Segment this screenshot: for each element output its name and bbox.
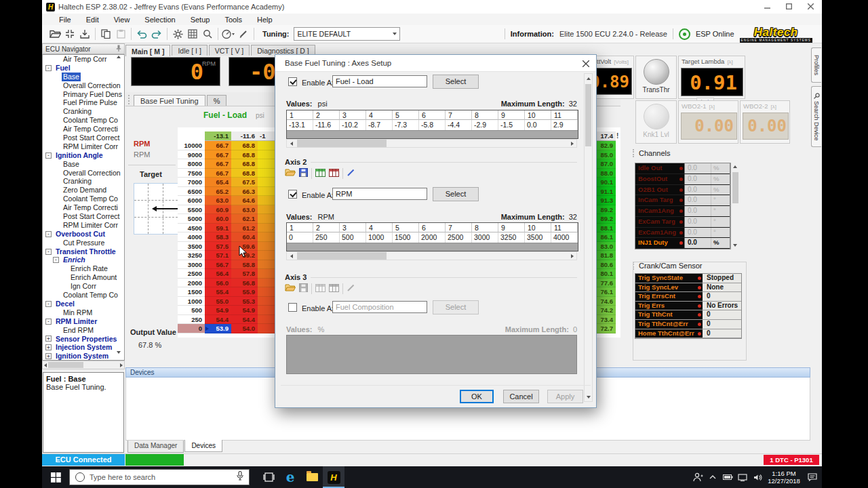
microphone-icon[interactable] xyxy=(237,471,243,483)
haltech-taskbar-icon[interactable]: H xyxy=(323,466,344,488)
crankcam-row[interactable]: Trig SyncStateStopped xyxy=(635,274,741,283)
axis3-enable-checkbox[interactable] xyxy=(288,303,297,312)
tree-expander-icon[interactable]: + xyxy=(45,336,52,342)
crankcam-row[interactable]: Trig TthCnt0 xyxy=(635,310,741,320)
tree-item[interactable]: +Ignition System xyxy=(43,352,124,361)
tree-item[interactable]: -RPM Limiter xyxy=(43,317,124,326)
action-center-icon[interactable] xyxy=(803,466,822,488)
bottom-tab-devices[interactable]: Devices xyxy=(184,440,222,452)
axis-value-cell[interactable]: -11.6 xyxy=(313,120,340,130)
axis-value-cell[interactable]: 0 xyxy=(287,232,313,243)
tree-item[interactable]: -Enrich xyxy=(43,256,124,264)
menu-item-setup[interactable]: Setup xyxy=(183,15,218,24)
axis3-open-icon[interactable] xyxy=(285,283,296,295)
axis2-edit-icon[interactable] xyxy=(347,167,355,180)
tree-expander-icon[interactable]: - xyxy=(45,231,52,237)
dialog-vscrollbar[interactable] xyxy=(584,73,593,402)
tree-item[interactable]: Overall Correction xyxy=(43,81,124,90)
axis1-select-button[interactable]: Select xyxy=(433,75,479,89)
menu-item-selection[interactable]: Selection xyxy=(137,15,182,24)
axis-value-cell[interactable]: 1000 xyxy=(366,232,393,243)
tree-item[interactable]: End RPM xyxy=(43,326,124,335)
target-crosshair-widget[interactable] xyxy=(134,183,178,235)
tree-item[interactable]: Cut Pressure xyxy=(43,239,124,247)
tree-item[interactable]: Post Start Correct xyxy=(43,212,124,221)
channel-row[interactable]: InCam Targ0.0° xyxy=(635,195,730,206)
axis-value-cell[interactable]: 4000 xyxy=(551,232,578,243)
maximize-button[interactable] xyxy=(783,1,795,12)
file-explorer-taskbar-icon[interactable] xyxy=(301,466,323,488)
pin-icon[interactable] xyxy=(116,45,121,53)
axis-value-cell[interactable]: 3250 xyxy=(498,232,525,243)
axis-value-cell[interactable]: -10.2 xyxy=(340,120,366,130)
tree-item[interactable]: Post Start Correct xyxy=(43,134,124,142)
redo-icon[interactable] xyxy=(149,27,164,41)
crankcam-row[interactable]: Trig TthCnt@Err0 xyxy=(635,320,741,329)
dialog-title-bar[interactable]: Base Fuel Tuning : Axes Setup xyxy=(275,55,596,72)
menu-item-file[interactable]: File xyxy=(52,15,79,24)
tree-expander-icon[interactable]: - xyxy=(45,65,52,71)
tree-item[interactable]: Enrich Amount xyxy=(43,273,124,282)
axis-value-cell[interactable]: 3500 xyxy=(525,232,551,243)
tree-item[interactable]: Coolant Temp Co xyxy=(43,291,124,300)
battery-icon[interactable] xyxy=(720,466,735,488)
navigator-hscrollbar[interactable] xyxy=(42,361,125,369)
tree-item[interactable]: Cranking xyxy=(43,107,124,116)
dialog-close-icon[interactable] xyxy=(576,55,596,72)
task-view-button[interactable] xyxy=(258,466,279,488)
axis1-enable-checkbox[interactable] xyxy=(288,77,297,86)
copy-icon[interactable] xyxy=(98,27,113,41)
axis2-save-icon[interactable] xyxy=(299,167,308,180)
tree-item[interactable]: -Ignition Angle xyxy=(43,151,124,160)
collapse-windows-icon[interactable] xyxy=(62,27,77,41)
tree-item[interactable]: Enrich Rate xyxy=(43,264,124,273)
channel-row[interactable]: InCam1Ang0.0° xyxy=(635,206,730,217)
axis2-insert-column-icon[interactable] xyxy=(315,167,326,180)
pencil-icon[interactable] xyxy=(236,27,251,41)
tree-expander-icon[interactable]: - xyxy=(45,301,52,307)
tab-vctv[interactable]: VCT [ V ] xyxy=(209,45,250,56)
tab-mainm[interactable]: Main [ M ] xyxy=(125,45,170,56)
tree-expander-icon[interactable]: - xyxy=(45,152,52,159)
channel-row[interactable]: ExCam Targ0.0° xyxy=(635,217,730,228)
tree-item[interactable]: -Fuel xyxy=(43,64,124,73)
search-icon[interactable] xyxy=(200,27,215,41)
tree-item[interactable]: Air Temp Correcti xyxy=(43,125,124,134)
axis-value-cell[interactable]: 2500 xyxy=(446,232,472,243)
axis-value-cell[interactable]: 3000 xyxy=(472,232,498,243)
crankcam-row[interactable]: Trig SyncLevNone xyxy=(635,283,741,293)
save-to-ecu-icon[interactable] xyxy=(77,27,92,41)
start-button[interactable] xyxy=(42,466,69,488)
crankcam-row[interactable]: Trig ErrsNo Errors xyxy=(635,302,741,311)
axis-value-cell[interactable]: 2000 xyxy=(419,232,446,243)
axis2-enable-checkbox[interactable] xyxy=(288,190,297,199)
axis-value-cell[interactable]: -1.5 xyxy=(498,120,525,130)
tuning-select[interactable]: ELITE DEFAULT xyxy=(294,27,400,41)
tree-item[interactable]: Fuel Prime Pulse xyxy=(43,98,124,107)
tree-item[interactable]: -Transient Throttle xyxy=(43,247,124,256)
channel-row[interactable]: O2B1 Out0.0% xyxy=(635,185,730,196)
menu-item-edit[interactable]: Edit xyxy=(79,15,106,24)
side-tab-search-device[interactable]: Search Device xyxy=(811,86,821,147)
tree-item[interactable]: +Sensor Properties xyxy=(43,335,124,344)
axis-value-cell[interactable]: -4.4 xyxy=(446,120,472,130)
axis-value-cell[interactable]: -5.8 xyxy=(419,120,446,130)
tree-item[interactable]: Coolant Temp Co xyxy=(43,195,124,203)
channels-scrollbar[interactable] xyxy=(730,163,739,249)
tree-expander-icon[interactable]: - xyxy=(45,319,52,325)
taskbar-clock[interactable]: 1:16 PM 12/27/2018 xyxy=(765,470,803,485)
tree-item[interactable]: RPM Limiter Corr xyxy=(43,142,124,151)
tree-item[interactable]: Air Temp Correcti xyxy=(43,203,124,212)
tree-item[interactable]: Base xyxy=(43,160,124,169)
people-icon[interactable] xyxy=(690,466,705,488)
taskbar-search-input[interactable]: Type here to search xyxy=(69,469,250,485)
dtc-badge[interactable]: 1 DTC - P1301 xyxy=(764,455,819,465)
axis3-channel-input[interactable] xyxy=(332,301,427,313)
axis-value-cell[interactable]: 0.0 xyxy=(525,120,551,130)
tree-item[interactable]: Air Temp Corr xyxy=(43,55,124,64)
tree-item[interactable]: +Injection System xyxy=(43,343,124,352)
channel-row[interactable]: ExCam1Ang0.0° xyxy=(635,228,730,239)
undo-icon[interactable] xyxy=(134,27,149,41)
crankcam-row[interactable]: Home TthCnt@Err0 xyxy=(635,329,741,339)
channel-row[interactable]: BoostOut0.0% xyxy=(635,174,730,185)
